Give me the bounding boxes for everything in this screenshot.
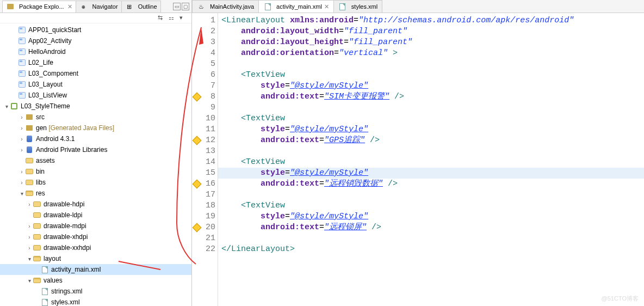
tab-label: Navigator — [92, 3, 118, 10]
close-icon[interactable]: ✕ — [67, 3, 72, 10]
project-node[interactable]: App02_Activity — [0, 35, 191, 46]
libs-folder[interactable]: ›libs — [0, 177, 191, 188]
file-strings[interactable]: strings.xml — [0, 286, 191, 297]
drawable-xxhdpi[interactable]: ›drawable-xxhdpi — [0, 242, 191, 253]
lib-label: Android 4.3.1 — [36, 135, 75, 143]
project-node[interactable]: HelloAndroid — [0, 46, 191, 57]
drawable-xhdpi[interactable]: ›drawable-xhdpi — [0, 231, 191, 242]
tab-package-explorer[interactable]: Package Explo... ✕ — [2, 1, 76, 13]
folder-label: bin — [36, 168, 45, 175]
marker-gutter — [192, 13, 202, 306]
src-folder[interactable]: ›src — [0, 112, 191, 123]
editor-tabs: ♨ MainActivity.java activity_main.xml ✕ … — [192, 0, 644, 13]
file-label: styles.xml — [51, 298, 80, 306]
drawable-mdpi[interactable]: ›drawable-mdpi — [0, 221, 191, 231]
folder-label: drawable-xhdpi — [44, 233, 88, 241]
maximize-icon[interactable]: ▢ — [182, 3, 189, 10]
view-menu-icon[interactable]: ▾ — [179, 14, 187, 22]
project-label: HelloAndroid — [28, 48, 66, 56]
folder-label: values — [44, 277, 63, 284]
project-node-active[interactable]: ▾L03_StyleTheme — [0, 101, 191, 112]
tab-label: Package Explo... — [19, 3, 64, 10]
editor-tab-activity-main[interactable]: activity_main.xml ✕ — [258, 0, 334, 13]
explorer-toolbar: ⇆ ⚏ ▾ — [0, 13, 191, 23]
xml-file-icon — [263, 2, 272, 11]
lib-label: Android Private Libraries — [36, 146, 107, 154]
tab-navigator[interactable]: ⎈ Navigator — [76, 1, 122, 13]
project-label: L03_Layout — [28, 81, 63, 88]
project-node[interactable]: L03_ListView — [0, 90, 191, 101]
package-explorer-panel: Package Explo... ✕ ⎈ Navigator ⊞ Outline… — [0, 0, 192, 306]
folder-label: src — [36, 113, 45, 121]
editor-area: ♨ MainActivity.java activity_main.xml ✕ … — [192, 0, 644, 306]
project-node[interactable]: APP01_quickStart — [0, 25, 191, 35]
file-label: activity_main.xml — [51, 266, 101, 273]
folder-label: layout — [44, 255, 61, 262]
assets-folder[interactable]: assets — [0, 155, 191, 166]
tab-label: MainActivity.java — [210, 3, 254, 10]
android-lib[interactable]: ›Android 4.3.1 — [0, 133, 191, 144]
file-label: strings.xml — [51, 287, 82, 295]
values-folder[interactable]: ▾values — [0, 275, 191, 286]
folder-label: drawable-mdpi — [44, 222, 86, 230]
folder-label: drawable-xxhdpi — [44, 244, 91, 252]
outline-icon: ⊞ — [125, 2, 134, 11]
view-tabs: Package Explo... ✕ ⎈ Navigator ⊞ Outline… — [0, 0, 191, 13]
tab-outline[interactable]: ⊞ Outline — [121, 1, 161, 13]
folder-label: gen — [36, 124, 47, 132]
file-styles[interactable]: styles.xml — [0, 297, 191, 306]
tab-label: activity_main.xml — [276, 3, 322, 10]
project-node[interactable]: L02_Life — [0, 57, 191, 68]
project-tree: APP01_quickStart App02_Activity HelloAnd… — [0, 23, 191, 306]
project-label: L03_ListView — [28, 91, 67, 99]
gen-folder[interactable]: ›gen [Generated Java Files] — [0, 123, 191, 133]
res-folder[interactable]: ▾res — [0, 188, 191, 199]
minimize-icon[interactable]: ▭ — [173, 3, 181, 10]
code-content[interactable]: <LinearLayout xmlns:android="http://sche… — [218, 13, 644, 306]
project-label: App02_Activity — [28, 37, 71, 45]
xml-file-icon — [338, 2, 347, 11]
package-icon — [6, 2, 15, 11]
tab-label: styles.xml — [351, 3, 377, 10]
folder-label: assets — [36, 157, 55, 164]
drawable-ldpi[interactable]: drawable-ldpi — [0, 210, 191, 221]
gen-annotation: [Generated Java Files] — [48, 124, 114, 132]
folder-label: drawable-hdpi — [44, 200, 84, 208]
drawable-hdpi[interactable]: ›drawable-hdpi — [0, 199, 191, 210]
folder-label: drawable-ldpi — [44, 211, 82, 219]
collapse-all-icon[interactable]: ⚏ — [169, 14, 176, 22]
folder-label: res — [36, 189, 45, 197]
link-editor-icon[interactable]: ⇆ — [158, 14, 165, 22]
project-node[interactable]: L03_Compoment — [0, 68, 191, 79]
navigator-icon: ⎈ — [79, 2, 88, 11]
editor-tab-styles[interactable]: styles.xml — [333, 0, 382, 13]
line-number-gutter: 12345678910111213141516171819202122 — [202, 13, 218, 306]
private-libs[interactable]: ›Android Private Libraries — [0, 144, 191, 155]
project-label: L03_StyleTheme — [21, 102, 70, 110]
project-node[interactable]: L03_Layout — [0, 79, 191, 90]
project-label: L02_Life — [28, 59, 53, 66]
layout-folder[interactable]: ▾layout — [0, 253, 191, 264]
folder-label: libs — [36, 179, 46, 186]
project-label: L03_Compoment — [28, 70, 78, 77]
watermark-text: @51CTO博客 — [602, 295, 639, 303]
project-label: APP01_quickStart — [28, 26, 81, 34]
code-editor[interactable]: 12345678910111213141516171819202122 <Lin… — [192, 13, 644, 306]
file-activity-main[interactable]: activity_main.xml — [0, 264, 191, 275]
java-file-icon: ♨ — [197, 2, 206, 11]
bin-folder[interactable]: ›bin — [0, 166, 191, 177]
close-icon[interactable]: ✕ — [324, 3, 329, 10]
tab-label: Outline — [138, 3, 157, 10]
editor-tab-java[interactable]: ♨ MainActivity.java — [192, 0, 259, 13]
